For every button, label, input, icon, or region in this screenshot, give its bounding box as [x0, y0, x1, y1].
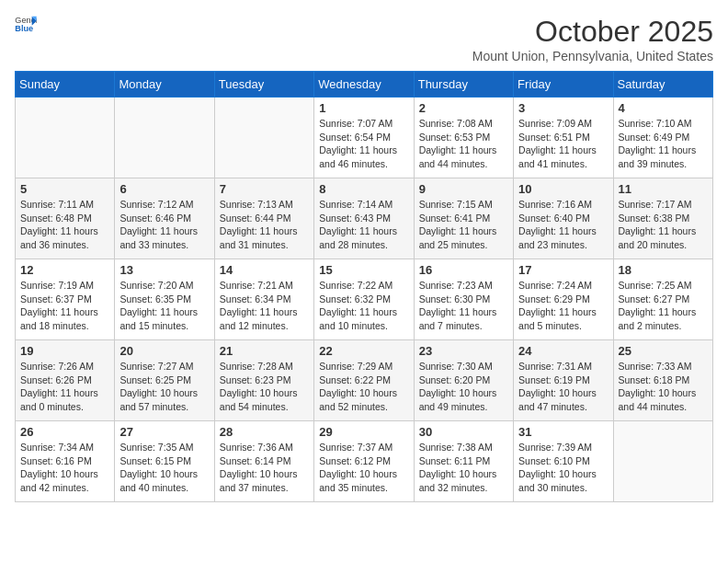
day-cell-12: 12Sunrise: 7:19 AMSunset: 6:37 PMDayligh…	[16, 259, 115, 340]
day-cell-6: 6Sunrise: 7:12 AMSunset: 6:46 PMDaylight…	[115, 178, 214, 259]
day-cell-2: 2Sunrise: 7:08 AMSunset: 6:53 PMDaylight…	[414, 98, 513, 178]
day-info-13: Sunrise: 7:20 AMSunset: 6:35 PMDaylight:…	[119, 279, 209, 333]
day-cell-5: 5Sunrise: 7:11 AMSunset: 6:48 PMDaylight…	[16, 178, 115, 259]
title-area: October 2025 Mount Union, Pennsylvania, …	[472, 15, 713, 63]
day-cell-25: 25Sunrise: 7:33 AMSunset: 6:18 PMDayligh…	[613, 340, 712, 421]
day-cell-29: 29Sunrise: 7:37 AMSunset: 6:12 PMDayligh…	[314, 421, 414, 502]
week-row-3: 12Sunrise: 7:19 AMSunset: 6:37 PMDayligh…	[16, 259, 713, 340]
day-info-19: Sunrise: 7:26 AMSunset: 6:26 PMDaylight:…	[20, 360, 109, 414]
day-number-15: 15	[319, 263, 408, 277]
day-number-26: 26	[20, 425, 109, 439]
day-cell-15: 15Sunrise: 7:22 AMSunset: 6:32 PMDayligh…	[314, 259, 414, 340]
day-number-12: 12	[20, 263, 109, 277]
day-number-3: 3	[518, 101, 608, 115]
weekday-header-wednesday: Wednesday	[314, 72, 414, 98]
day-info-11: Sunrise: 7:17 AMSunset: 6:38 PMDaylight:…	[619, 198, 708, 252]
day-number-17: 17	[518, 263, 608, 277]
day-cell-14: 14Sunrise: 7:21 AMSunset: 6:34 PMDayligh…	[214, 259, 313, 340]
day-info-24: Sunrise: 7:31 AMSunset: 6:19 PMDaylight:…	[518, 360, 608, 414]
day-number-13: 13	[119, 263, 209, 277]
calendar-table: SundayMondayTuesdayWednesdayThursdayFrid…	[15, 71, 713, 502]
day-cell-16: 16Sunrise: 7:23 AMSunset: 6:30 PMDayligh…	[414, 259, 513, 340]
day-cell-18: 18Sunrise: 7:25 AMSunset: 6:27 PMDayligh…	[613, 259, 712, 340]
day-cell-28: 28Sunrise: 7:36 AMSunset: 6:14 PMDayligh…	[214, 421, 313, 502]
day-number-25: 25	[619, 344, 708, 358]
week-row-5: 26Sunrise: 7:34 AMSunset: 6:16 PMDayligh…	[16, 421, 713, 502]
day-cell-19: 19Sunrise: 7:26 AMSunset: 6:26 PMDayligh…	[16, 340, 115, 421]
day-info-5: Sunrise: 7:11 AMSunset: 6:48 PMDaylight:…	[20, 198, 109, 252]
day-info-22: Sunrise: 7:29 AMSunset: 6:22 PMDaylight:…	[319, 360, 408, 414]
day-info-25: Sunrise: 7:33 AMSunset: 6:18 PMDaylight:…	[619, 360, 708, 414]
day-cell-20: 20Sunrise: 7:27 AMSunset: 6:25 PMDayligh…	[115, 340, 214, 421]
day-info-31: Sunrise: 7:39 AMSunset: 6:10 PMDaylight:…	[518, 441, 608, 495]
day-cell-8: 8Sunrise: 7:14 AMSunset: 6:43 PMDaylight…	[314, 178, 414, 259]
day-number-28: 28	[220, 425, 309, 439]
week-row-4: 19Sunrise: 7:26 AMSunset: 6:26 PMDayligh…	[16, 340, 713, 421]
day-number-22: 22	[319, 344, 408, 358]
day-number-4: 4	[619, 101, 708, 115]
weekday-header-thursday: Thursday	[414, 72, 513, 98]
day-cell-21: 21Sunrise: 7:28 AMSunset: 6:23 PMDayligh…	[214, 340, 313, 421]
weekday-header-saturday: Saturday	[613, 72, 712, 98]
day-cell-3: 3Sunrise: 7:09 AMSunset: 6:51 PMDaylight…	[514, 98, 613, 178]
day-number-1: 1	[319, 101, 408, 115]
day-cell-22: 22Sunrise: 7:29 AMSunset: 6:22 PMDayligh…	[314, 340, 414, 421]
day-number-27: 27	[119, 425, 209, 439]
empty-day-cell	[613, 421, 712, 502]
day-info-28: Sunrise: 7:36 AMSunset: 6:14 PMDaylight:…	[220, 441, 309, 495]
day-number-14: 14	[220, 263, 309, 277]
day-number-5: 5	[20, 182, 109, 196]
day-info-1: Sunrise: 7:07 AMSunset: 6:54 PMDaylight:…	[319, 117, 408, 171]
weekday-header-monday: Monday	[115, 72, 214, 98]
day-number-19: 19	[20, 344, 109, 358]
day-info-3: Sunrise: 7:09 AMSunset: 6:51 PMDaylight:…	[518, 117, 608, 171]
weekday-header-tuesday: Tuesday	[214, 72, 313, 98]
day-info-15: Sunrise: 7:22 AMSunset: 6:32 PMDaylight:…	[319, 279, 408, 333]
empty-day-cell	[214, 98, 313, 178]
day-number-2: 2	[419, 101, 508, 115]
day-cell-17: 17Sunrise: 7:24 AMSunset: 6:29 PMDayligh…	[514, 259, 613, 340]
month-title: October 2025	[472, 15, 713, 49]
day-info-29: Sunrise: 7:37 AMSunset: 6:12 PMDaylight:…	[319, 441, 408, 495]
day-info-30: Sunrise: 7:38 AMSunset: 6:11 PMDaylight:…	[419, 441, 508, 495]
day-number-21: 21	[220, 344, 309, 358]
day-cell-1: 1Sunrise: 7:07 AMSunset: 6:54 PMDaylight…	[314, 98, 414, 178]
day-cell-11: 11Sunrise: 7:17 AMSunset: 6:38 PMDayligh…	[613, 178, 712, 259]
logo: General Blue	[15, 15, 37, 33]
day-info-27: Sunrise: 7:35 AMSunset: 6:15 PMDaylight:…	[119, 441, 209, 495]
page-header: General Blue October 2025 Mount Union, P…	[15, 15, 713, 63]
day-info-18: Sunrise: 7:25 AMSunset: 6:27 PMDaylight:…	[619, 279, 708, 333]
day-info-20: Sunrise: 7:27 AMSunset: 6:25 PMDaylight:…	[119, 360, 209, 414]
day-info-4: Sunrise: 7:10 AMSunset: 6:49 PMDaylight:…	[619, 117, 708, 171]
empty-day-cell	[115, 98, 214, 178]
day-info-17: Sunrise: 7:24 AMSunset: 6:29 PMDaylight:…	[518, 279, 608, 333]
day-info-16: Sunrise: 7:23 AMSunset: 6:30 PMDaylight:…	[419, 279, 508, 333]
day-info-14: Sunrise: 7:21 AMSunset: 6:34 PMDaylight:…	[220, 279, 309, 333]
day-number-9: 9	[419, 182, 508, 196]
generalblue-logo-icon: General Blue	[15, 15, 37, 33]
day-cell-30: 30Sunrise: 7:38 AMSunset: 6:11 PMDayligh…	[414, 421, 513, 502]
day-info-2: Sunrise: 7:08 AMSunset: 6:53 PMDaylight:…	[419, 117, 508, 171]
day-info-7: Sunrise: 7:13 AMSunset: 6:44 PMDaylight:…	[220, 198, 309, 252]
day-info-23: Sunrise: 7:30 AMSunset: 6:20 PMDaylight:…	[419, 360, 508, 414]
day-cell-10: 10Sunrise: 7:16 AMSunset: 6:40 PMDayligh…	[514, 178, 613, 259]
day-number-29: 29	[319, 425, 408, 439]
day-number-10: 10	[518, 182, 608, 196]
day-info-12: Sunrise: 7:19 AMSunset: 6:37 PMDaylight:…	[20, 279, 109, 333]
day-number-30: 30	[419, 425, 508, 439]
day-number-11: 11	[619, 182, 708, 196]
day-number-23: 23	[419, 344, 508, 358]
day-number-18: 18	[619, 263, 708, 277]
location-title: Mount Union, Pennsylvania, United States	[472, 49, 713, 63]
day-number-8: 8	[319, 182, 408, 196]
svg-text:Blue: Blue	[15, 24, 33, 33]
day-info-10: Sunrise: 7:16 AMSunset: 6:40 PMDaylight:…	[518, 198, 608, 252]
day-number-20: 20	[119, 344, 209, 358]
weekday-header-friday: Friday	[514, 72, 613, 98]
day-info-9: Sunrise: 7:15 AMSunset: 6:41 PMDaylight:…	[419, 198, 508, 252]
day-info-26: Sunrise: 7:34 AMSunset: 6:16 PMDaylight:…	[20, 441, 109, 495]
day-info-6: Sunrise: 7:12 AMSunset: 6:46 PMDaylight:…	[119, 198, 209, 252]
day-number-7: 7	[220, 182, 309, 196]
day-number-6: 6	[119, 182, 209, 196]
weekday-header-sunday: Sunday	[16, 72, 115, 98]
